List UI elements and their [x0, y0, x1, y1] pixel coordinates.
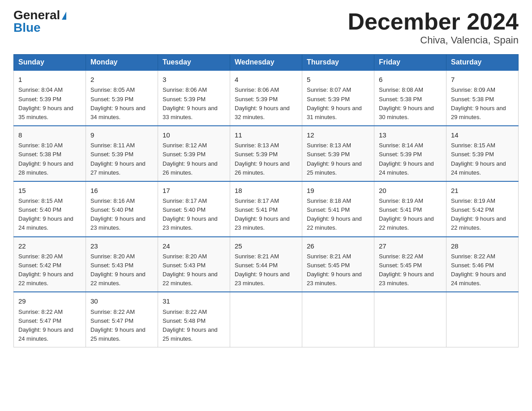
day-number: 22 — [18, 241, 81, 251]
day-info: Sunrise: 8:16 AMSunset: 5:40 PMDaylight:… — [90, 197, 153, 233]
day-info: Sunrise: 8:14 AMSunset: 5:39 PMDaylight:… — [379, 141, 442, 177]
table-row: 10Sunrise: 8:12 AMSunset: 5:39 PMDayligh… — [158, 126, 230, 181]
day-number: 9 — [90, 130, 153, 140]
day-info: Sunrise: 8:19 AMSunset: 5:42 PMDaylight:… — [451, 197, 514, 233]
day-info: Sunrise: 8:22 AMSunset: 5:47 PMDaylight:… — [18, 308, 81, 344]
day-number: 12 — [307, 130, 369, 140]
table-row: 19Sunrise: 8:18 AMSunset: 5:41 PMDayligh… — [302, 181, 374, 237]
day-number: 27 — [379, 241, 442, 251]
day-info: Sunrise: 8:19 AMSunset: 5:41 PMDaylight:… — [379, 197, 442, 233]
logo-general: General — [13, 8, 60, 22]
day-info: Sunrise: 8:06 AMSunset: 5:39 PMDaylight:… — [235, 86, 297, 122]
calendar-week-row: 8Sunrise: 8:10 AMSunset: 5:38 PMDaylight… — [14, 126, 519, 181]
day-number: 23 — [90, 241, 153, 251]
col-header-friday: Friday — [374, 55, 446, 71]
col-header-thursday: Thursday — [302, 55, 374, 71]
table-row: 15Sunrise: 8:15 AMSunset: 5:40 PMDayligh… — [14, 181, 86, 237]
page-header: General Blue December 2024 Chiva, Valenc… — [13, 9, 519, 46]
table-row: 24Sunrise: 8:20 AMSunset: 5:43 PMDayligh… — [158, 237, 230, 292]
table-row: 18Sunrise: 8:17 AMSunset: 5:41 PMDayligh… — [230, 181, 302, 237]
calendar-week-row: 22Sunrise: 8:20 AMSunset: 5:42 PMDayligh… — [14, 237, 519, 292]
day-number: 24 — [163, 241, 225, 251]
table-row: 31Sunrise: 8:22 AMSunset: 5:48 PMDayligh… — [158, 292, 230, 347]
calendar-week-row: 1Sunrise: 8:04 AMSunset: 5:39 PMDaylight… — [14, 70, 519, 126]
logo-top-line: General — [13, 9, 66, 21]
day-info: Sunrise: 8:17 AMSunset: 5:41 PMDaylight:… — [235, 197, 297, 233]
day-info: Sunrise: 8:20 AMSunset: 5:42 PMDaylight:… — [18, 252, 81, 288]
day-number: 5 — [307, 74, 369, 85]
calendar-header-row: Sunday Monday Tuesday Wednesday Thursday… — [14, 55, 519, 71]
day-info: Sunrise: 8:06 AMSunset: 5:39 PMDaylight:… — [163, 86, 225, 122]
day-number: 25 — [235, 241, 297, 251]
day-number: 18 — [235, 185, 297, 196]
page-subtitle: Chiva, Valencia, Spain — [348, 34, 519, 46]
day-info: Sunrise: 8:22 AMSunset: 5:48 PMDaylight:… — [163, 308, 225, 344]
logo-triangle-icon — [62, 12, 66, 20]
day-number: 4 — [235, 74, 297, 85]
day-number: 7 — [451, 74, 514, 85]
day-number: 20 — [379, 185, 442, 196]
table-row: 11Sunrise: 8:13 AMSunset: 5:39 PMDayligh… — [230, 126, 302, 181]
table-row — [374, 292, 446, 347]
day-number: 30 — [90, 296, 153, 306]
table-row: 3Sunrise: 8:06 AMSunset: 5:39 PMDaylight… — [158, 70, 230, 126]
calendar-week-row: 29Sunrise: 8:22 AMSunset: 5:47 PMDayligh… — [14, 292, 519, 347]
day-number: 11 — [235, 130, 297, 140]
table-row: 8Sunrise: 8:10 AMSunset: 5:38 PMDaylight… — [14, 126, 86, 181]
day-info: Sunrise: 8:21 AMSunset: 5:45 PMDaylight:… — [307, 252, 369, 288]
col-header-saturday: Saturday — [446, 55, 519, 71]
day-number: 15 — [18, 185, 81, 196]
table-row: 14Sunrise: 8:15 AMSunset: 5:39 PMDayligh… — [446, 126, 519, 181]
day-number: 28 — [451, 241, 514, 251]
title-block: December 2024 Chiva, Valencia, Spain — [348, 9, 519, 46]
table-row: 22Sunrise: 8:20 AMSunset: 5:42 PMDayligh… — [14, 237, 86, 292]
day-info: Sunrise: 8:17 AMSunset: 5:40 PMDaylight:… — [163, 197, 225, 233]
table-row: 27Sunrise: 8:22 AMSunset: 5:45 PMDayligh… — [374, 237, 446, 292]
day-info: Sunrise: 8:13 AMSunset: 5:39 PMDaylight:… — [307, 141, 369, 177]
day-info: Sunrise: 8:09 AMSunset: 5:38 PMDaylight:… — [451, 86, 514, 122]
day-info: Sunrise: 8:13 AMSunset: 5:39 PMDaylight:… — [235, 141, 297, 177]
day-number: 31 — [163, 296, 225, 306]
day-number: 6 — [379, 74, 442, 85]
table-row: 9Sunrise: 8:11 AMSunset: 5:39 PMDaylight… — [86, 126, 158, 181]
col-header-sunday: Sunday — [14, 55, 86, 71]
table-row: 1Sunrise: 8:04 AMSunset: 5:39 PMDaylight… — [14, 70, 86, 126]
day-number: 1 — [18, 74, 81, 85]
page-title: December 2024 — [348, 9, 519, 34]
table-row: 12Sunrise: 8:13 AMSunset: 5:39 PMDayligh… — [302, 126, 374, 181]
day-number: 10 — [163, 130, 225, 140]
table-row: 20Sunrise: 8:19 AMSunset: 5:41 PMDayligh… — [374, 181, 446, 237]
table-row — [302, 292, 374, 347]
day-info: Sunrise: 8:20 AMSunset: 5:43 PMDaylight:… — [90, 252, 153, 288]
day-info: Sunrise: 8:15 AMSunset: 5:39 PMDaylight:… — [451, 141, 514, 177]
logo: General Blue — [13, 9, 66, 34]
day-number: 14 — [451, 130, 514, 140]
calendar-week-row: 15Sunrise: 8:15 AMSunset: 5:40 PMDayligh… — [14, 181, 519, 237]
calendar-table: Sunday Monday Tuesday Wednesday Thursday… — [13, 54, 519, 347]
day-number: 2 — [90, 74, 153, 85]
table-row: 30Sunrise: 8:22 AMSunset: 5:47 PMDayligh… — [86, 292, 158, 347]
table-row: 6Sunrise: 8:08 AMSunset: 5:38 PMDaylight… — [374, 70, 446, 126]
day-info: Sunrise: 8:22 AMSunset: 5:45 PMDaylight:… — [379, 252, 442, 288]
table-row: 7Sunrise: 8:09 AMSunset: 5:38 PMDaylight… — [446, 70, 519, 126]
table-row: 16Sunrise: 8:16 AMSunset: 5:40 PMDayligh… — [86, 181, 158, 237]
table-row: 17Sunrise: 8:17 AMSunset: 5:40 PMDayligh… — [158, 181, 230, 237]
day-number: 3 — [163, 74, 225, 85]
table-row: 26Sunrise: 8:21 AMSunset: 5:45 PMDayligh… — [302, 237, 374, 292]
table-row: 4Sunrise: 8:06 AMSunset: 5:39 PMDaylight… — [230, 70, 302, 126]
day-number: 16 — [90, 185, 153, 196]
day-info: Sunrise: 8:11 AMSunset: 5:39 PMDaylight:… — [90, 141, 153, 177]
col-header-monday: Monday — [86, 55, 158, 71]
day-number: 29 — [18, 296, 81, 306]
table-row: 23Sunrise: 8:20 AMSunset: 5:43 PMDayligh… — [86, 237, 158, 292]
day-number: 21 — [451, 185, 514, 196]
table-row: 21Sunrise: 8:19 AMSunset: 5:42 PMDayligh… — [446, 181, 519, 237]
day-number: 13 — [379, 130, 442, 140]
day-info: Sunrise: 8:10 AMSunset: 5:38 PMDaylight:… — [18, 141, 81, 177]
col-header-wednesday: Wednesday — [230, 55, 302, 71]
day-info: Sunrise: 8:21 AMSunset: 5:44 PMDaylight:… — [235, 252, 297, 288]
day-info: Sunrise: 8:20 AMSunset: 5:43 PMDaylight:… — [163, 252, 225, 288]
day-info: Sunrise: 8:12 AMSunset: 5:39 PMDaylight:… — [163, 141, 225, 177]
table-row: 13Sunrise: 8:14 AMSunset: 5:39 PMDayligh… — [374, 126, 446, 181]
day-info: Sunrise: 8:07 AMSunset: 5:39 PMDaylight:… — [307, 86, 369, 122]
